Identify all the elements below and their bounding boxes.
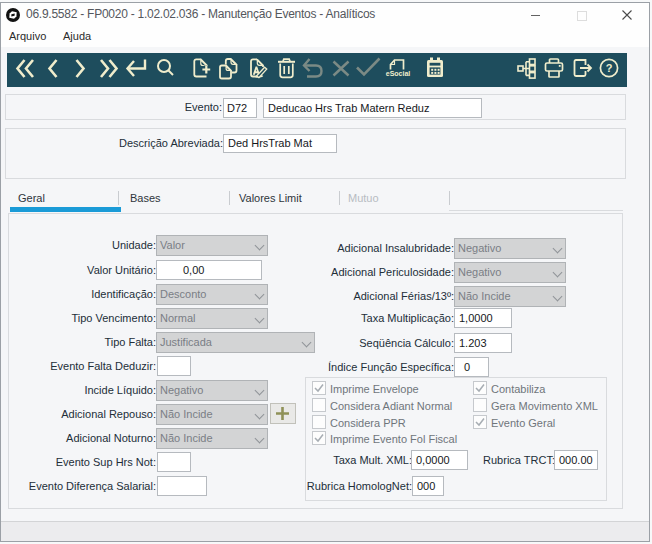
svg-text:?: ?: [606, 62, 613, 74]
